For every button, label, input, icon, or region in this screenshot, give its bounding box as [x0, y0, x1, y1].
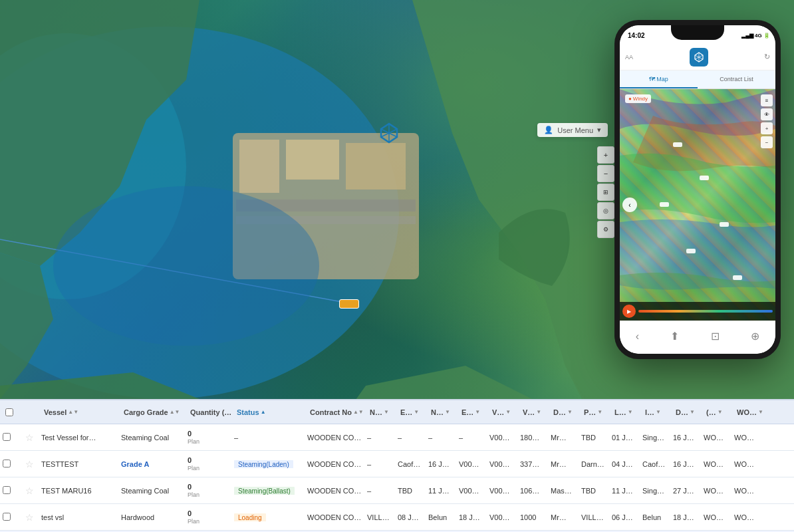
phone-eye-btn[interactable]: 👁 [761, 108, 773, 120]
row2-v1: V00… [487, 460, 517, 468]
th-vessel[interactable]: Vessel ▲▼ [41, 408, 121, 416]
zoom-in-button[interactable]: + [597, 146, 614, 164]
th-d1[interactable]: D… ▼ [551, 408, 581, 416]
th-status-sort-icon: ▲ [261, 409, 266, 415]
user-menu[interactable]: 👤 User Menu ▾ [537, 123, 608, 137]
map-ctrl-1[interactable]: ⊞ [597, 184, 614, 201]
map-ctrl-2[interactable]: ◎ [597, 202, 614, 219]
svg-rect-13 [720, 222, 729, 227]
th-v1[interactable]: V… ▼ [489, 408, 520, 416]
th-l1[interactable]: L… ▼ [612, 408, 642, 416]
row1-qty: 0 Plan [185, 430, 231, 446]
table-row[interactable]: ☆ TESTTEST Grade A 0 Plan Steaming(Laden… [0, 451, 794, 477]
th-n2[interactable]: N… ▼ [428, 408, 459, 416]
row3-v1: V00… [487, 487, 517, 495]
th-v2[interactable]: V… ▼ [520, 408, 551, 416]
phone-tab-contract-label: Contract List [720, 76, 753, 82]
row3-wo: WO… [731, 487, 762, 495]
row1-e1: – [395, 434, 426, 442]
app-logo [376, 120, 402, 146]
row4-wo: WO… [731, 513, 762, 521]
th-n1[interactable]: N… ▼ [367, 408, 398, 416]
phone-map[interactable]: ● Windy ≡ 👁 + − ‹ ▶ [620, 89, 775, 321]
row2-e2: V00… [456, 460, 487, 468]
phone-tab-map[interactable]: 🗺 Map [620, 70, 698, 88]
table-row[interactable]: ☆ Test Vessel for… Steaming Coal 0 Plan … [0, 424, 794, 451]
row3-d2: 27 J… [670, 487, 701, 495]
phone-notch [671, 25, 724, 40]
row1-l1: 01 J… [609, 434, 640, 442]
th-status[interactable]: Status ▲ [234, 408, 307, 416]
row1-check[interactable] [0, 433, 20, 442]
map-controls: + − ⊞ ◎ ⚙ [597, 146, 614, 238]
th-end[interactable]: (… ▼ [704, 408, 734, 416]
row2-d2: 16 J… [670, 460, 701, 468]
phone-nav-share[interactable]: ⬆ [670, 330, 679, 342]
phone-timeline-bar[interactable] [638, 310, 773, 313]
phone-header: AA ↻ [620, 44, 775, 70]
row4-e2: 18 J… [456, 513, 487, 521]
select-all-checkbox[interactable] [5, 408, 13, 416]
data-table: Vessel ▲▼ Cargo Grade ▲▼ Quantity (… ▲▼ … [0, 399, 794, 532]
map-ctrl-3[interactable]: ⚙ [597, 221, 614, 238]
phone-screen: 14:02 ▂▄▆ 4G 🔋 AA [620, 25, 775, 354]
row3-cargo: Steaming Coal [118, 487, 185, 495]
th-wo[interactable]: WO… ▼ [734, 408, 765, 416]
row4-contract: WOODEN CON… [305, 513, 364, 521]
row4-check[interactable] [0, 513, 20, 522]
row3-n2: 11 J… [426, 487, 456, 495]
svg-rect-15 [733, 275, 742, 280]
phone-nav-tabs[interactable]: ⊡ [711, 330, 720, 342]
svg-rect-12 [660, 202, 669, 207]
row3-l1: 11 J… [609, 487, 640, 495]
phone-map-timeline: ▶ [620, 302, 775, 321]
th-d2[interactable]: D… ▼ [673, 408, 704, 416]
th-contract[interactable]: Contract No ▲▼ [307, 408, 367, 416]
phone-zoom-out-btn[interactable]: − [761, 136, 773, 148]
row4-end: WO… [701, 513, 731, 521]
th-l2[interactable]: l… ▼ [642, 408, 673, 416]
row3-check[interactable] [0, 486, 20, 495]
row3-vessel: TEST MARU16 [39, 487, 118, 495]
svg-point-9 [53, 186, 319, 346]
th-qty[interactable]: Quantity (… ▲▼ [188, 408, 234, 416]
person-icon: 👤 [544, 126, 553, 134]
row4-cargo: Hardwood [118, 513, 185, 521]
phone-nav-more[interactable]: ⊕ [751, 330, 759, 342]
row3-e2: V00… [456, 487, 487, 495]
row2-cargo: Grade A [118, 460, 185, 468]
phone-refresh-icon[interactable]: ↻ [764, 53, 770, 61]
phone-nav-back[interactable]: ‹ [636, 331, 639, 342]
phone-aa-label: AA [625, 54, 633, 61]
row3-contract: WOODEN CON… [305, 487, 364, 495]
row4-n2: Belun [426, 513, 456, 521]
phone-layer-btn[interactable]: ≡ [761, 94, 773, 106]
row4-star[interactable]: ☆ [20, 512, 39, 523]
row3-star[interactable]: ☆ [20, 485, 39, 496]
row2-star[interactable]: ☆ [20, 459, 39, 469]
th-cargo[interactable]: Cargo Grade ▲▼ [121, 408, 188, 416]
table-row[interactable]: ☆ TEST MARU16 Steaming Coal 0 Plan Steam… [0, 477, 794, 504]
row1-e2: – [456, 434, 487, 442]
th-p1[interactable]: P… ▼ [581, 408, 612, 416]
phone-zoom-in-btn[interactable]: + [761, 122, 773, 134]
row2-end: WO… [701, 460, 731, 468]
phone-tabs: 🗺 Map Contract List [620, 70, 775, 89]
vessel-marker[interactable] [339, 299, 359, 309]
table-row[interactable]: ☆ test vsl Hardwood 0 Plan Loading WOODE… [0, 504, 794, 531]
row3-v2: 106… [517, 487, 548, 495]
th-e1[interactable]: E… ▼ [398, 408, 428, 416]
th-check[interactable] [3, 408, 23, 416]
row3-p1: TBD [579, 487, 609, 495]
phone-chevron-left-btn[interactable]: ‹ [622, 198, 637, 212]
zoom-out-button[interactable]: − [597, 165, 614, 182]
row2-check[interactable] [0, 460, 20, 469]
row4-v1: V00… [487, 513, 517, 521]
phone-play-btn[interactable]: ▶ [622, 305, 636, 318]
row3-qty: 0 Plan [185, 483, 231, 499]
phone-tab-contract[interactable]: Contract List [698, 70, 775, 88]
chevron-down-icon: ▾ [597, 126, 601, 134]
map-area: 👤 User Menu ▾ + − ⊞ ◎ ⚙ 14:02 ▂▄▆ 4G 🔋 A… [0, 0, 794, 432]
row1-star[interactable]: ☆ [20, 432, 39, 443]
th-e2[interactable]: E… ▼ [459, 408, 489, 416]
